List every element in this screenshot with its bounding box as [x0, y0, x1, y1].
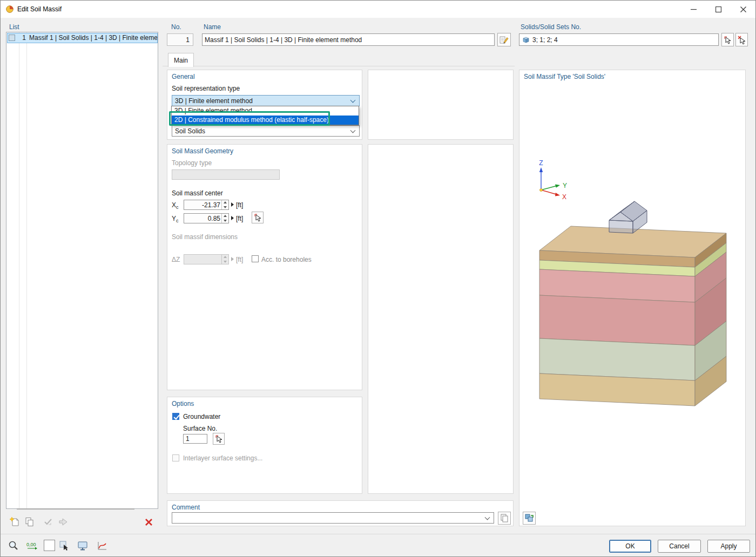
apply-button[interactable]: Apply	[707, 540, 750, 553]
comment-combo[interactable]	[172, 512, 494, 524]
interlayer-checkbox[interactable]	[172, 454, 179, 461]
check-arrows-icon	[43, 517, 53, 527]
pick-surface-button[interactable]	[213, 433, 225, 445]
list-row-massif-1[interactable]: 1 Massif 1 | Soil Solids | 1-4 | 3D | Fi…	[7, 33, 158, 43]
rename-button[interactable]	[497, 33, 511, 46]
soil-layer-5	[539, 338, 695, 381]
dz-expand-arrow	[231, 257, 234, 261]
copy-massif-button[interactable]	[23, 515, 36, 528]
chevron-down-icon	[485, 514, 490, 520]
groundwater-checkbox[interactable]	[172, 413, 179, 420]
select-solids-button[interactable]	[721, 33, 734, 46]
screen-view-button[interactable]	[76, 539, 89, 552]
axis-x-label: X	[562, 193, 566, 201]
dz-unit: [ft]	[236, 256, 243, 263]
footer-divider	[1, 534, 756, 534]
apply-selection-button[interactable]	[42, 515, 55, 528]
no-field: 1	[167, 33, 193, 46]
xc-spinner[interactable]	[221, 200, 228, 209]
spin-up-icon[interactable]	[222, 214, 228, 219]
yc-expand-arrow[interactable]	[231, 216, 234, 220]
soil-type-combo[interactable]: Soil Solids	[172, 125, 360, 137]
xc-field[interactable]	[184, 200, 229, 210]
tab-main[interactable]: Main	[168, 53, 194, 67]
groundwater-label: Groundwater	[183, 413, 220, 420]
comment-panel: Comment	[167, 500, 514, 526]
solids-label: Solids/Solid Sets No.	[521, 23, 581, 31]
dz-input	[184, 255, 221, 264]
axis-z-label: Z	[539, 159, 543, 167]
maximize-icon	[716, 6, 721, 12]
function-diagram-button[interactable]	[96, 539, 109, 552]
massif-list[interactable]: 1 Massif 1 | Soil Solids | 1-4 | 3D | Fi…	[6, 32, 158, 509]
annotation-highlight	[169, 111, 330, 126]
list-splitter[interactable]	[17, 508, 134, 510]
row-text: Massif 1 | Soil Solids | 1-4 | 3D | Fini…	[29, 34, 157, 42]
no-value: 1	[186, 36, 190, 44]
xc-expand-arrow[interactable]	[231, 202, 234, 207]
decimal-places-icon: 0,00	[26, 540, 38, 551]
monitor-icon	[77, 540, 88, 551]
display-options-button[interactable]	[523, 512, 536, 525]
select-related-button[interactable]	[57, 515, 70, 528]
zoom-settings-button[interactable]	[7, 539, 20, 552]
boreholes-checkbox[interactable]	[252, 255, 259, 262]
chevron-down-icon	[350, 127, 356, 133]
yc-unit: [ft]	[236, 215, 243, 222]
dz-field	[184, 254, 229, 264]
massif-color-swatch	[9, 35, 15, 41]
app-icon	[5, 5, 14, 13]
minimize-icon	[691, 6, 697, 12]
yc-field[interactable]	[184, 213, 229, 223]
display-box-button[interactable]	[44, 540, 55, 551]
tab-main-label: Main	[174, 57, 188, 64]
name-label: Name	[204, 23, 221, 31]
deselect-solids-button[interactable]	[735, 33, 748, 46]
new-item-icon	[9, 517, 20, 527]
copy-icon	[24, 517, 35, 527]
minimize-button[interactable]	[681, 1, 706, 18]
yc-input[interactable]	[184, 214, 221, 223]
house-front-wall	[609, 220, 633, 233]
delete-massif-button[interactable]	[142, 515, 155, 528]
topology-label: Topology type	[172, 159, 212, 167]
maximize-button[interactable]	[706, 1, 731, 18]
spin-down-icon	[222, 260, 228, 264]
tab-strip: Main	[163, 53, 515, 66]
close-button[interactable]	[731, 1, 755, 18]
spin-down-icon[interactable]	[222, 205, 228, 210]
soil-representation-combo[interactable]: 3D | Finite element method	[172, 95, 360, 106]
select-cursor-icon	[724, 36, 732, 44]
new-massif-button[interactable]	[8, 515, 21, 528]
comment-copy-button[interactable]	[498, 512, 511, 525]
yc-spinner[interactable]	[221, 214, 228, 223]
cancel-button[interactable]: Cancel	[658, 540, 701, 553]
copy-icon	[500, 513, 509, 523]
list-column-divider	[19, 32, 19, 508]
spin-down-icon[interactable]	[222, 219, 228, 223]
xc-input[interactable]	[184, 200, 221, 209]
soil-massif-3d-view[interactable]: Z Y X	[519, 70, 745, 526]
representation-label: Soil representation type	[172, 85, 240, 92]
surface-no-input[interactable]	[183, 434, 207, 444]
soil-block	[539, 226, 726, 406]
pick-center-button[interactable]	[252, 212, 264, 223]
solids-field[interactable]: 3; 1; 2; 4	[519, 33, 719, 46]
dimensions-label: Soil massif dimensions	[172, 233, 238, 241]
name-input[interactable]	[202, 33, 495, 46]
geometry-panel: Soil Massif Geometry Topology type Soil …	[167, 144, 362, 390]
solid-cube-icon	[522, 36, 530, 43]
topology-input	[172, 169, 280, 180]
spin-up-icon[interactable]	[222, 200, 228, 205]
ok-button[interactable]: OK	[609, 540, 651, 553]
decimal-places-button[interactable]: 0,00	[25, 539, 38, 552]
titlebar: Edit Soil Massif	[1, 1, 755, 18]
select-display-button[interactable]	[58, 539, 71, 552]
deselect-cursor-icon	[738, 36, 746, 44]
building-model	[609, 201, 647, 233]
select-cursor-icon	[254, 213, 262, 222]
comment-header: Comment	[172, 504, 200, 511]
axis-y-label: Y	[563, 182, 567, 189]
soil-representation-value: 3D | Finite element method	[175, 97, 253, 105]
surface-no-label: Surface No.	[183, 425, 217, 432]
